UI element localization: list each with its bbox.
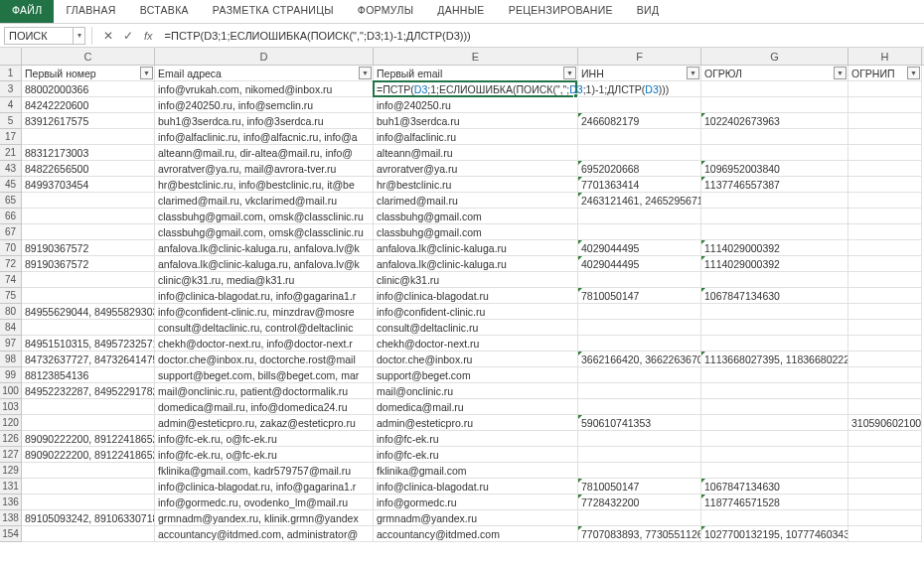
filter-dropdown-icon[interactable]: ▼ — [834, 67, 847, 79]
cell-d74[interactable]: clinic@k31.ru, media@k31.ru — [155, 272, 374, 287]
cell-f129[interactable] — [578, 463, 701, 478]
cell-e74[interactable]: clinic@k31.ru — [374, 272, 578, 287]
row-header[interactable]: 98 — [0, 352, 21, 367]
filter-dropdown-icon[interactable]: ▼ — [140, 67, 153, 79]
cell-h72[interactable] — [848, 256, 922, 271]
cell-h127[interactable] — [848, 447, 922, 462]
cell-f70[interactable]: 4029044495 — [578, 240, 701, 255]
cell-h99[interactable] — [848, 367, 922, 382]
cell-c74[interactable] — [22, 272, 155, 287]
row-header[interactable]: 97 — [0, 336, 21, 352]
cell-g127[interactable] — [701, 447, 848, 462]
cell-h17[interactable] — [848, 129, 922, 144]
cell-d65[interactable]: clarimed@mail.ru, vkclarimed@mail.ru — [155, 193, 374, 208]
cell-h67[interactable] — [848, 224, 922, 239]
cell-c120[interactable] — [22, 415, 155, 430]
cell-d66[interactable]: classbuhg@gmail.com, omsk@classclinic.ru — [155, 209, 374, 223]
filter-dropdown-icon[interactable]: ▼ — [907, 67, 920, 79]
cell-e126[interactable]: info@fc-ek.ru — [374, 431, 578, 446]
cell-e97[interactable]: chekh@doctor-next.ru — [374, 336, 578, 351]
row-header[interactable]: 74 — [0, 272, 21, 288]
cell-h84[interactable] — [848, 320, 922, 335]
cell-g4[interactable] — [701, 97, 848, 112]
cell-e75[interactable]: info@clinica-blagodat.ru — [374, 288, 578, 303]
cell-e127[interactable]: info@fc-ek.ru — [374, 447, 578, 462]
cell-d97[interactable]: chekh@doctor-next.ru, info@doctor-next.r — [155, 336, 374, 351]
cell-g154[interactable]: 1027700132195, 1077746034360 — [701, 526, 848, 541]
cell-h131[interactable] — [848, 479, 922, 494]
cell-c67[interactable] — [22, 224, 155, 239]
select-all-corner[interactable] — [0, 48, 22, 65]
cell-d127[interactable]: info@fc-ek.ru, o@fc-ek.ru — [155, 447, 374, 462]
cell-c129[interactable] — [22, 463, 155, 478]
cell-e3[interactable]: =ПСТР(D3;1;ЕСЛИОШИБКА(ПОИСК(",";D3;1)-1;… — [374, 81, 578, 96]
cell-g66[interactable] — [701, 209, 848, 223]
ribbon-tab-review[interactable]: РЕЦЕНЗИРОВАНИЕ — [497, 0, 625, 23]
cell-h74[interactable] — [848, 272, 922, 287]
cell-d154[interactable]: accountancy@itdmed.com, administrator@ — [155, 526, 374, 541]
cell-d136[interactable]: info@gormedc.ru, ovodenko_lm@mail.ru — [155, 495, 374, 509]
cell-g67[interactable] — [701, 224, 848, 239]
cell-f98[interactable]: 3662166420, 3662263670 — [578, 352, 701, 366]
cell-g75[interactable]: 1067847134630 — [701, 288, 848, 303]
cell-d21[interactable]: alteann@mail.ru, dir-altea@mail.ru, info… — [155, 145, 374, 160]
cell-d4[interactable]: info@240250.ru, info@semclin.ru — [155, 97, 374, 112]
cell-c43[interactable]: 84822656500 — [22, 161, 155, 176]
cell-g100[interactable] — [701, 383, 848, 398]
row-header[interactable]: 3 — [0, 81, 21, 97]
cell-f4[interactable] — [578, 97, 701, 112]
cell-g136[interactable]: 1187746571528 — [701, 495, 848, 509]
cell-f127[interactable] — [578, 447, 701, 462]
ribbon-tab-view[interactable]: ВИД — [625, 0, 672, 23]
cell-f126[interactable] — [578, 431, 701, 446]
cell-e120[interactable]: admin@esteticpro.ru — [374, 415, 578, 430]
cell-c136[interactable] — [22, 495, 155, 509]
cell-e138[interactable]: grmnadm@yandex.ru — [374, 510, 578, 525]
ribbon-tab-formulas[interactable]: ФОРМУЛЫ — [346, 0, 425, 23]
cell-d67[interactable]: classbuhg@gmail.com, omsk@classclinic.ru — [155, 224, 374, 239]
cell-h80[interactable] — [848, 304, 922, 319]
row-header[interactable]: 129 — [0, 463, 21, 479]
cell-e154[interactable]: accountancy@itdmed.com — [374, 526, 578, 541]
cell-f21[interactable] — [578, 145, 701, 160]
cells-area[interactable]: Первый номер▼Email адреса▼Первый email▼И… — [22, 66, 922, 542]
cell-h136[interactable] — [848, 495, 922, 509]
cell-f136[interactable]: 7728432200 — [578, 495, 701, 509]
cell-d84[interactable]: consult@deltaclinic.ru, control@deltacli… — [155, 320, 374, 335]
cell-c70[interactable]: 89190367572 — [22, 240, 155, 255]
cell-c99[interactable]: 88123854136 — [22, 367, 155, 382]
cell-e103[interactable]: domedica@mail.ru — [374, 399, 578, 414]
cell-h97[interactable] — [848, 336, 922, 351]
cell-g72[interactable]: 1114029000392 — [701, 256, 848, 271]
cell-d120[interactable]: admin@esteticpro.ru, zakaz@esteticpro.ru — [155, 415, 374, 430]
cell-h103[interactable] — [848, 399, 922, 414]
cell-g99[interactable] — [701, 367, 848, 382]
cell-g138[interactable] — [701, 510, 848, 525]
cell-c1[interactable]: Первый номер▼ — [22, 66, 155, 80]
cell-h5[interactable] — [848, 113, 922, 128]
row-header[interactable]: 154 — [0, 526, 21, 542]
row-header[interactable]: 21 — [0, 145, 21, 161]
cell-c138[interactable]: 89105093242, 89106330718 — [22, 510, 155, 525]
cell-d80[interactable]: info@confident-clinic.ru, minzdrav@mosre — [155, 304, 374, 319]
ribbon-tab-data[interactable]: ДАННЫЕ — [425, 0, 496, 23]
cell-c3[interactable]: 88002000366 — [22, 81, 155, 96]
cell-g17[interactable] — [701, 129, 848, 144]
cell-c126[interactable]: 89090222200, 89122418652, — [22, 431, 155, 446]
cell-g45[interactable]: 1137746557387 — [701, 177, 848, 192]
cell-g21[interactable] — [701, 145, 848, 160]
cell-h21[interactable] — [848, 145, 922, 160]
cell-e72[interactable]: anfalova.lk@clinic-kaluga.ru — [374, 256, 578, 271]
row-header[interactable]: 72 — [0, 256, 21, 272]
cell-g1[interactable]: ОГРЮЛ▼ — [701, 66, 848, 80]
cell-g5[interactable]: 1022402673963 — [701, 113, 848, 128]
cell-e65[interactable]: clarimed@mail.ru — [374, 193, 578, 208]
name-box[interactable]: ПОИСК — [4, 27, 74, 45]
cell-h100[interactable] — [848, 383, 922, 398]
cell-f65[interactable]: 2463121461, 2465295671 — [578, 193, 701, 208]
cell-f43[interactable]: 6952020668 — [578, 161, 701, 176]
formula-confirm-button[interactable]: ✓ — [118, 27, 138, 45]
cell-c65[interactable] — [22, 193, 155, 208]
cell-e100[interactable]: mail@onclinic.ru — [374, 383, 578, 398]
cell-d43[interactable]: avroratver@ya.ru, mail@avrora-tver.ru — [155, 161, 374, 176]
